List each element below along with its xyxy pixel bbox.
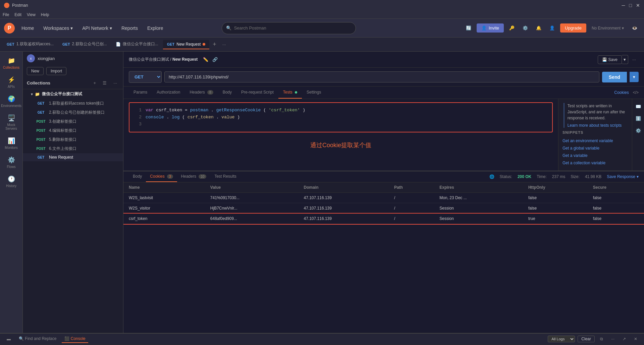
add-tab-button[interactable]: + bbox=[210, 40, 219, 49]
tab-4-active[interactable]: GET New Request bbox=[163, 40, 210, 49]
expand-console-button[interactable]: ▬ bbox=[4, 335, 13, 343]
request-item-4[interactable]: POST 4.编辑标签接口 bbox=[23, 126, 123, 135]
resp-tab-cookies[interactable]: Cookies 3 bbox=[146, 171, 177, 182]
request-item-7[interactable]: GET New Request bbox=[23, 153, 123, 161]
more-tabs-button[interactable]: ··· bbox=[220, 41, 229, 48]
method-select[interactable]: GET POST PUT DELETE bbox=[129, 71, 162, 83]
new-button[interactable]: New bbox=[27, 67, 44, 75]
nav-api-network[interactable]: API Network ▾ bbox=[79, 23, 115, 33]
col-name: Name bbox=[123, 182, 205, 193]
console-tab[interactable]: ⬛ Console bbox=[62, 335, 88, 343]
sidebar-item-mock-servers[interactable]: 🖥️ Mock Servers bbox=[2, 112, 21, 133]
code-toggle-button[interactable]: </> bbox=[633, 90, 639, 95]
tab-headers[interactable]: Headers 8 bbox=[185, 87, 218, 99]
settings-icon-btn[interactable]: ⚙️ bbox=[520, 23, 531, 34]
save-button[interactable]: 💾 Save bbox=[598, 55, 622, 64]
cookie-domain-3: 47.107.116.139 bbox=[299, 214, 389, 224]
nav-reports[interactable]: Reports bbox=[119, 23, 141, 33]
tab-params[interactable]: Params bbox=[129, 87, 152, 99]
eye-icon-btn[interactable]: 👁️ bbox=[629, 23, 640, 34]
snippet-item-2[interactable]: Get a global variable bbox=[562, 145, 628, 152]
sidebar-item-history[interactable]: 🕐 History bbox=[2, 173, 21, 190]
import-button[interactable]: Import bbox=[46, 67, 66, 75]
resp-tab-body[interactable]: Body bbox=[129, 171, 146, 182]
upgrade-button[interactable]: Upgrade bbox=[560, 23, 586, 33]
send-button[interactable]: Send bbox=[602, 72, 627, 82]
close-button[interactable]: ✕ bbox=[636, 3, 640, 8]
tab-body[interactable]: Body bbox=[218, 87, 236, 99]
save-dropdown-button[interactable]: ▾ bbox=[622, 55, 628, 64]
more-collection-button[interactable]: ··· bbox=[111, 80, 119, 86]
snippet-item-3[interactable]: Get a variable bbox=[562, 152, 628, 159]
request-item-3[interactable]: POST 3.创建标签接口 bbox=[23, 117, 123, 126]
edit-title-icon[interactable]: ✏️ bbox=[203, 57, 208, 62]
cookie-domain-1: 47.107.116.139 bbox=[299, 193, 389, 203]
snippet-item-4[interactable]: Get a collection variable bbox=[562, 159, 628, 167]
snippet-item-1[interactable]: Get an environment variable bbox=[562, 137, 628, 145]
tab-pre-request[interactable]: Pre-request Script bbox=[236, 87, 278, 99]
resp-tab-test-results[interactable]: Test Results bbox=[210, 171, 240, 182]
no-env-dropdown[interactable]: No Environment ▾ bbox=[589, 26, 627, 31]
tab-settings[interactable]: Settings bbox=[302, 87, 326, 99]
nav-workspaces[interactable]: Workspaces ▾ bbox=[41, 23, 75, 33]
code-editor[interactable]: 1 var csrf_token = postman . getResponse… bbox=[129, 102, 553, 132]
method-badge-3: POST bbox=[35, 119, 47, 124]
menu-help[interactable]: Help bbox=[41, 12, 49, 17]
tab-tests[interactable]: Tests bbox=[278, 87, 302, 99]
code-line-1: 1 var csrf_token = postman . getResponse… bbox=[135, 107, 547, 114]
tab-2[interactable]: GET 2.获取公众号已创... bbox=[58, 39, 111, 50]
resp-tab-headers[interactable]: Headers 10 bbox=[177, 171, 211, 182]
sync-icon-btn[interactable]: 🔄 bbox=[463, 23, 474, 34]
save-response-button[interactable]: Save Response ▾ bbox=[607, 174, 639, 179]
find-replace-tab[interactable]: 🔍 Find and Replace bbox=[16, 335, 59, 343]
search-input[interactable] bbox=[234, 25, 352, 31]
learn-more-link[interactable]: Learn more about tests scripts bbox=[568, 123, 622, 128]
request-more-button[interactable]: ··· bbox=[630, 55, 639, 64]
url-input[interactable] bbox=[164, 71, 599, 82]
request-item-5[interactable]: POST 5.删除标签接口 bbox=[23, 135, 123, 144]
search-bar[interactable]: 🔍 bbox=[222, 22, 356, 34]
cookies-button[interactable]: Cookies bbox=[614, 90, 629, 95]
sidebar-item-environments[interactable]: 🌍 Environments bbox=[2, 93, 21, 110]
request-item-6[interactable]: POST 6.文件上传接口 bbox=[23, 144, 123, 153]
invite-button[interactable]: 👤 Invite bbox=[477, 23, 504, 33]
open-external-button[interactable]: ↗ bbox=[620, 335, 629, 343]
request-item-2[interactable]: GET 2.获取公众号已创建的标签接口 bbox=[23, 108, 123, 117]
key-icon-btn[interactable]: 🔑 bbox=[506, 23, 517, 34]
user-icon-btn[interactable]: 👤 bbox=[547, 23, 557, 34]
maximize-button[interactable]: □ bbox=[629, 3, 632, 8]
tab-3[interactable]: 📄 微信公众平台接口... bbox=[112, 39, 162, 50]
more-console-button[interactable]: ··· bbox=[608, 335, 617, 343]
minimize-button[interactable]: ─ bbox=[622, 3, 625, 8]
nav-explore[interactable]: Explore bbox=[145, 23, 166, 33]
right-icon-3[interactable]: ⚙️ bbox=[634, 126, 643, 135]
request-path: 微信公众平台接口测试 / New Request ✏️ 🔗 💾 Save ▾ ·… bbox=[123, 52, 644, 68]
link-icon[interactable]: 🔗 bbox=[212, 57, 218, 62]
menu-file[interactable]: File bbox=[3, 12, 9, 17]
menu-view[interactable]: View bbox=[27, 12, 36, 17]
sidebar-item-flows[interactable]: ⚙️ Flows bbox=[2, 154, 21, 171]
sidebar-item-apis[interactable]: ⚡ APIs bbox=[2, 73, 21, 91]
request-item-1[interactable]: GET 1.获取鉴权码access token接口 bbox=[23, 99, 123, 108]
close-console-button[interactable]: ✕ bbox=[631, 335, 640, 343]
panel-title: Collections bbox=[27, 80, 89, 85]
send-dropdown-button[interactable]: ▾ bbox=[630, 72, 639, 82]
method-badge-1: GET bbox=[35, 101, 47, 106]
log-filter-select[interactable]: All Logs Errors Warnings bbox=[548, 336, 575, 342]
collection-folder[interactable]: ▾ 📁 微信公众平台接口测试 bbox=[23, 89, 123, 99]
nav-home[interactable]: Home bbox=[19, 23, 37, 33]
bell-icon-btn[interactable]: 🔔 bbox=[533, 23, 544, 34]
clear-button[interactable]: Clear bbox=[578, 336, 595, 342]
cookie-httponly-2: false bbox=[523, 203, 588, 214]
right-icon-2[interactable]: ℹ️ bbox=[634, 114, 643, 123]
sidebar-item-collections[interactable]: 📁 Collections bbox=[2, 54, 21, 72]
url-bar: GET POST PUT DELETE Send ▾ bbox=[123, 68, 644, 87]
menu-edit[interactable]: Edit bbox=[14, 12, 21, 17]
tab-authorization[interactable]: Authorization bbox=[152, 87, 185, 99]
right-icon-1[interactable]: ✉️ bbox=[634, 102, 643, 111]
tab-1[interactable]: GET 1.获取鉴权码acces... bbox=[3, 39, 58, 50]
filter-button[interactable]: ☰ bbox=[101, 80, 109, 86]
add-collection-button[interactable]: + bbox=[92, 80, 98, 86]
copy-console-button[interactable]: ⧉ bbox=[597, 335, 606, 343]
sidebar-item-monitors[interactable]: 📊 Monitors bbox=[2, 134, 21, 152]
